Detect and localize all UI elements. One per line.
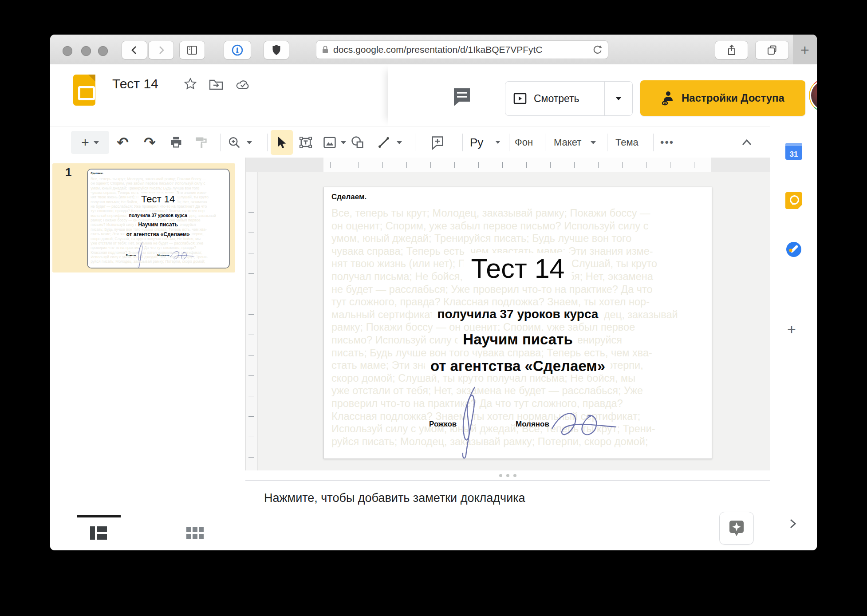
zoom-window-button[interactable] [98, 46, 108, 56]
grid-view-button[interactable] [185, 526, 205, 540]
signature-left-icon [133, 241, 148, 269]
present-button[interactable]: Смотреть [505, 81, 633, 116]
slide-title[interactable]: Тест 14 [464, 253, 572, 284]
close-window-button[interactable] [63, 46, 72, 56]
insert-line-button[interactable] [377, 135, 391, 150]
slide-thumbnail[interactable]: Сделаем. Все, теперь ты крут; Молодец, з… [87, 169, 230, 269]
back-button[interactable] [122, 41, 147, 59]
select-tool-button[interactable] [271, 130, 293, 155]
watermark-line: он оценит; Спорим, уже забыл первое пись… [91, 181, 225, 186]
tasks-icon[interactable] [785, 241, 802, 258]
text-style-button[interactable]: Ру [470, 135, 483, 150]
chevron-right-icon [788, 517, 798, 530]
hide-side-panel-button[interactable] [788, 517, 798, 530]
cursor-icon [275, 135, 288, 150]
new-tab-button[interactable]: + [793, 35, 817, 64]
comments-button[interactable] [450, 86, 473, 109]
present-icon [512, 92, 528, 105]
tab-overview-button[interactable] [756, 41, 788, 59]
calendar-icon[interactable]: 31 [785, 143, 802, 160]
theme-button[interactable]: Тема [615, 135, 638, 150]
insert-image-button[interactable] [322, 135, 337, 150]
onepassword-extension-button[interactable] [224, 41, 251, 59]
layout-button[interactable]: Макет [554, 135, 581, 150]
undo-button[interactable]: ↶ [117, 135, 129, 150]
signature-right-icon [548, 407, 619, 443]
background-button[interactable]: Фон [515, 135, 533, 150]
move-to-folder-button[interactable] [209, 79, 224, 91]
speaker-notes-input[interactable]: Нажмите, чтобы добавить заметки докладчи… [264, 491, 525, 505]
share-page-button[interactable] [715, 41, 748, 59]
present-label: Смотреть [534, 93, 579, 105]
collapse-toolbar-button[interactable] [740, 135, 753, 150]
image-caret[interactable] [341, 135, 346, 150]
thumb-logo: Сделаем. [91, 171, 103, 174]
plus-icon: + [81, 136, 89, 149]
speaker-notes-panel: Нажмите, чтобы добавить заметки докладчи… [245, 480, 770, 550]
account-avatar[interactable] [809, 79, 817, 112]
slide-subtitle3[interactable]: от агентства «Сделаем» [425, 358, 611, 375]
zoom-button[interactable] [227, 135, 241, 150]
shield-extension-button[interactable] [264, 41, 289, 59]
slide-subtitle2[interactable]: Научим писать [457, 331, 578, 348]
paint-format-button[interactable] [194, 135, 209, 150]
screen: docs.google.com/presentation/d/1IkaBQE7V… [0, 0, 867, 616]
share-icon [726, 44, 737, 56]
google-slides-logo[interactable] [73, 75, 95, 106]
document-status-button[interactable] [235, 79, 251, 91]
line-caret[interactable] [397, 135, 402, 150]
app-header: Тест 14 Файл Правка Вид Вставка Формат С… [50, 64, 817, 126]
address-bar[interactable]: docs.google.com/presentation/d/1IkaBQE7V… [316, 41, 608, 59]
explore-button[interactable] [719, 512, 754, 545]
watermark-line: уже отстали от тебя; Нет, экзамена не бу… [91, 241, 225, 245]
present-dropdown-caret[interactable] [615, 97, 622, 100]
watermark-line: проверил что-то на практике? Да что тут … [331, 397, 704, 410]
signer-right-label[interactable]: Молянов [516, 420, 549, 429]
watermark-line: Все, теперь ты крут; Молодец, заказывай … [91, 177, 225, 181]
slide-page[interactable]: Сделаем. Все, теперь ты крут; Молодец, з… [323, 187, 712, 459]
text-box-button[interactable] [298, 135, 313, 150]
watermark-line: руйся писать; Молодец, заказывай рамку; … [91, 259, 225, 264]
insert-comment-button[interactable] [430, 135, 445, 150]
document-title[interactable]: Тест 14 [112, 76, 158, 91]
keep-icon[interactable] [785, 192, 802, 209]
header-actions-panel: Смотреть Настройки Доступа [388, 64, 817, 126]
print-icon [169, 135, 183, 150]
watermark-line: руйся писать; Молодец, заказывай рамку; … [331, 435, 704, 448]
slide-subtitle1[interactable]: получила 37 уроков курса [432, 307, 604, 321]
thumb-subtitle2: Научим писать [136, 221, 180, 228]
new-slide-button[interactable]: + [71, 131, 109, 154]
redo-button[interactable]: ↷ [144, 135, 156, 150]
more-tools-button[interactable]: ••• [660, 135, 674, 150]
insert-shape-button[interactable] [350, 135, 365, 150]
filmstrip-view-button[interactable] [89, 525, 108, 541]
thumb-watermark: Все, теперь ты крут; Молодец, заказывай … [91, 177, 225, 264]
slide-thumbnail-page: Сделаем. Все, теперь ты крут; Молодец, з… [88, 170, 228, 268]
active-view-indicator [77, 515, 121, 517]
minimize-window-button[interactable] [81, 46, 91, 56]
shape-icon [350, 135, 365, 150]
back-icon [129, 44, 140, 56]
zoom-caret[interactable] [247, 135, 252, 150]
layout-caret[interactable] [591, 135, 596, 150]
watermark-line: проверил что-то на практике? Да что тут … [91, 245, 225, 250]
watermark-line: он оценит; Спорим, уже забыл первое пись… [331, 220, 704, 233]
notes-resize-handle[interactable] [245, 470, 770, 480]
print-button[interactable] [169, 135, 183, 150]
text-box-icon [298, 135, 313, 150]
get-addons-button[interactable]: + [787, 321, 796, 338]
watermark-line: не будет — расслабься; Уже проверил что-… [91, 204, 225, 209]
sidebar-toggle-button[interactable] [180, 41, 205, 59]
star-button[interactable] [183, 77, 197, 91]
url-text: docs.google.com/presentation/d/1IkaBQE7V… [333, 44, 543, 55]
image-icon [322, 135, 337, 150]
horizontal-ruler [246, 158, 770, 172]
reload-icon[interactable] [592, 45, 603, 55]
thumb-subtitle1: получила 37 уроков курса [127, 213, 189, 218]
forward-button[interactable] [149, 41, 173, 59]
new-slide-caret[interactable] [94, 141, 99, 144]
text-style-caret[interactable] [496, 135, 500, 150]
person-link-icon [661, 90, 676, 106]
share-settings-button[interactable]: Настройки Доступа [640, 80, 805, 116]
slide-logo-text[interactable]: Сделаем. [331, 193, 367, 201]
